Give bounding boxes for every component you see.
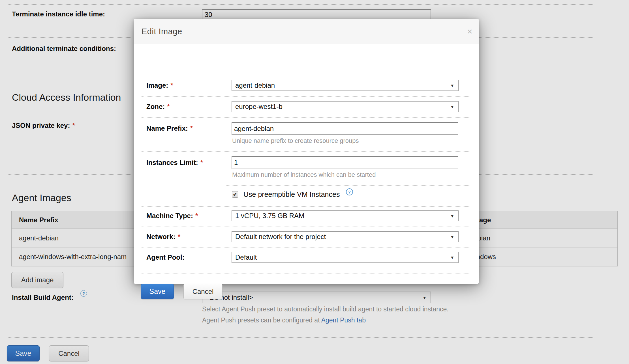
instances-limit-input[interactable] xyxy=(232,156,458,169)
dialog-body: Image:* agent-debian ▼ Zone:* europe-wes… xyxy=(134,44,479,284)
name-prefix-label: Name Prefix:* xyxy=(146,122,193,135)
required-marker: * xyxy=(178,233,180,241)
divider xyxy=(142,227,471,227)
chevron-down-icon: ▼ xyxy=(450,104,454,109)
name-prefix-hint: Unique name prefix to create resource gr… xyxy=(232,137,359,145)
instances-limit-hint: Maximum number of instances which can be… xyxy=(232,171,376,178)
agent-pool-select-value: Default xyxy=(235,253,257,261)
dialog-title: Edit Image xyxy=(142,19,182,44)
zone-select-value: europe-west1-b xyxy=(235,103,283,111)
cancel-button[interactable]: Cancel xyxy=(183,284,222,299)
agent-pool-label: Agent Pool: xyxy=(146,252,185,263)
chevron-down-icon: ▼ xyxy=(450,214,454,218)
save-button[interactable]: Save xyxy=(141,284,174,299)
image-select-value: agent-debian xyxy=(235,81,275,89)
zone-select[interactable]: europe-west1-b ▼ xyxy=(232,101,459,112)
check-icon: ✔ xyxy=(233,191,238,198)
image-select[interactable]: agent-debian ▼ xyxy=(232,80,459,91)
network-select-value: Default network for the project xyxy=(235,233,326,241)
machine-type-label: Machine Type:* xyxy=(146,210,198,221)
dialog-header: Edit Image × xyxy=(134,19,479,44)
preemptible-label: Use preemptible VM Instances xyxy=(243,190,340,199)
zone-label: Zone:* xyxy=(146,101,170,112)
required-marker: * xyxy=(190,124,193,132)
chevron-down-icon: ▼ xyxy=(450,234,454,239)
network-label: Network:* xyxy=(146,231,180,242)
image-label: Image:* xyxy=(146,80,173,91)
preemptible-checkbox[interactable]: ✔ xyxy=(232,191,238,198)
divider xyxy=(142,206,471,207)
instances-limit-label: Instances Limit:* xyxy=(146,156,203,169)
machine-type-select-value: 1 vCPU, 3.75 GB RAM xyxy=(235,212,304,220)
network-select[interactable]: Default network for the project ▼ xyxy=(232,231,459,242)
edit-image-dialog: Edit Image × Image:* agent-debian ▼ Zone… xyxy=(134,19,479,284)
divider xyxy=(142,117,471,118)
divider xyxy=(226,185,471,186)
close-icon[interactable]: × xyxy=(467,19,472,44)
divider xyxy=(142,96,471,97)
help-icon[interactable]: ? xyxy=(346,188,353,195)
chevron-down-icon: ▼ xyxy=(450,83,454,88)
chevron-down-icon: ▼ xyxy=(450,255,454,260)
required-marker: * xyxy=(167,103,170,111)
required-marker: * xyxy=(200,159,203,167)
agent-pool-select[interactable]: Default ▼ xyxy=(232,252,459,263)
name-prefix-input[interactable] xyxy=(232,122,458,135)
required-marker: * xyxy=(195,212,198,220)
divider xyxy=(142,151,471,152)
machine-type-select[interactable]: 1 vCPU, 3.75 GB RAM ▼ xyxy=(232,210,459,221)
divider xyxy=(142,247,471,248)
divider xyxy=(142,273,471,273)
required-marker: * xyxy=(170,81,173,89)
